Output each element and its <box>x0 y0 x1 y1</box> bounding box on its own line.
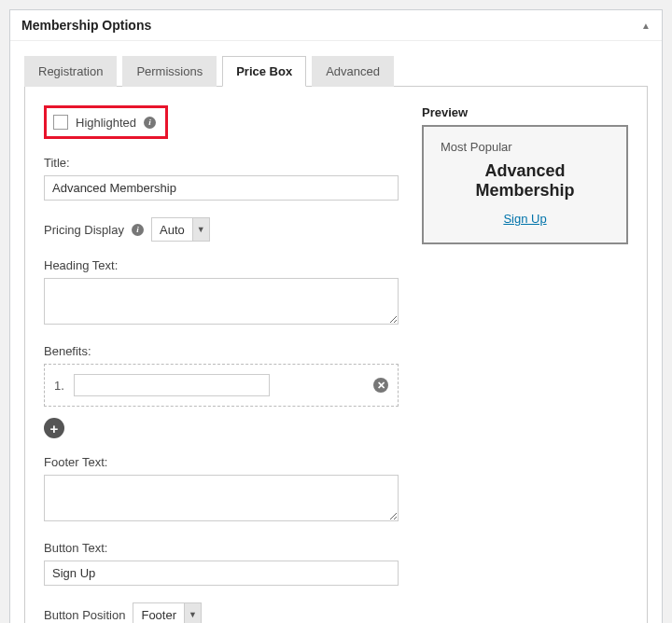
highlighted-field: Highlighted i <box>44 105 168 139</box>
remove-benefit-icon[interactable]: ✕ <box>373 378 388 393</box>
highlighted-label: Highlighted <box>76 116 136 130</box>
preview-column: Preview Most Popular Advanced Membership… <box>422 105 628 623</box>
preview-label: Preview <box>422 105 628 119</box>
title-input[interactable] <box>44 175 399 201</box>
pricing-display-select[interactable]: Auto ▼ <box>151 217 210 242</box>
tab-content: Highlighted i Title: Pricing Display i A… <box>24 86 648 623</box>
membership-options-panel: Membership Options ▲ Registration Permis… <box>9 9 663 623</box>
preview-tag: Most Popular <box>441 140 609 154</box>
button-text-label: Button Text: <box>44 541 399 555</box>
add-benefit-button[interactable]: + <box>44 418 64 438</box>
form-column: Highlighted i Title: Pricing Display i A… <box>44 105 399 623</box>
preview-title: Advanced Membership <box>441 161 609 201</box>
panel-title: Membership Options <box>21 18 151 33</box>
tab-advanced[interactable]: Advanced <box>312 56 394 87</box>
collapse-toggle-icon[interactable]: ▲ <box>641 21 651 31</box>
pricing-display-value: Auto <box>152 223 192 237</box>
button-position-select[interactable]: Footer ▼ <box>133 602 202 623</box>
button-position-value: Footer <box>133 608 184 622</box>
tab-registration[interactable]: Registration <box>24 56 117 87</box>
benefits-number: 1. <box>54 379 64 393</box>
highlighted-checkbox[interactable] <box>53 115 68 130</box>
benefits-item: 1. ✕ <box>44 364 399 407</box>
button-position-label: Button Position <box>44 608 125 622</box>
button-text-input[interactable] <box>44 561 399 586</box>
heading-text-label: Heading Text: <box>44 258 399 272</box>
title-label: Title: <box>44 156 399 170</box>
preview-signup-link[interactable]: Sign Up <box>441 212 609 226</box>
tab-permissions[interactable]: Permissions <box>122 56 217 87</box>
benefits-input[interactable] <box>74 374 270 396</box>
tab-price-box[interactable]: Price Box <box>222 56 306 87</box>
panel-body: Registration Permissions Price Box Advan… <box>10 41 662 623</box>
pricing-display-label: Pricing Display <box>44 223 124 237</box>
heading-text-input[interactable] <box>44 278 399 325</box>
panel-header: Membership Options ▲ <box>10 10 662 41</box>
info-icon[interactable]: i <box>132 224 144 236</box>
benefits-label: Benefits: <box>44 344 399 358</box>
info-icon[interactable]: i <box>144 117 156 129</box>
chevron-down-icon: ▼ <box>192 218 209 241</box>
chevron-down-icon: ▼ <box>184 603 201 623</box>
tabs: Registration Permissions Price Box Advan… <box>24 55 648 86</box>
footer-text-input[interactable] <box>44 475 399 521</box>
footer-text-label: Footer Text: <box>44 455 399 469</box>
preview-box: Most Popular Advanced Membership Sign Up <box>422 125 628 244</box>
